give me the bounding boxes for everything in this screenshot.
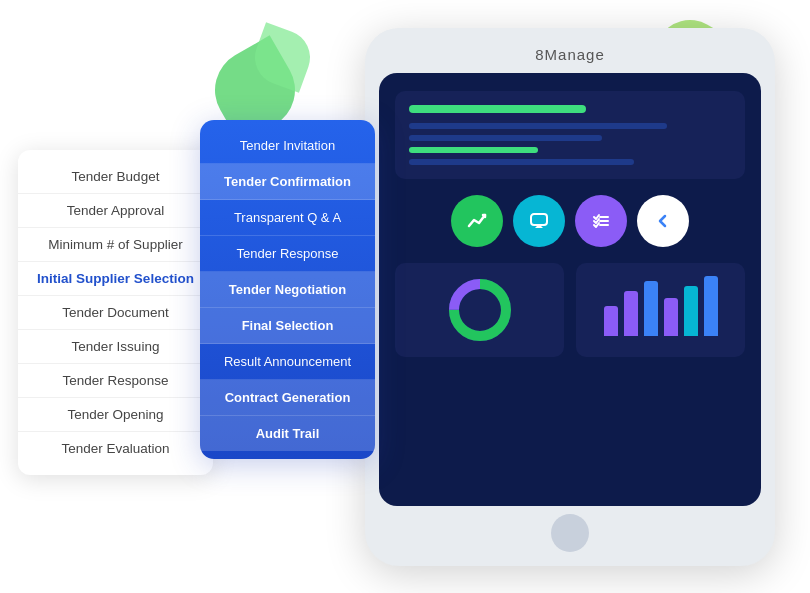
screen-bar-sm1 bbox=[409, 123, 667, 129]
bar-4 bbox=[664, 298, 678, 336]
list-item-tender-budget[interactable]: Tender Budget bbox=[18, 160, 213, 194]
bar-chart bbox=[604, 280, 718, 340]
icon-row bbox=[395, 191, 745, 251]
donut-chart bbox=[445, 275, 515, 345]
menu-item-tender-negotiation[interactable]: Tender Negotiation bbox=[200, 272, 375, 308]
bar-chart-card bbox=[576, 263, 745, 357]
blue-menu-panel: Tender Invitation Tender Confirmation Tr… bbox=[200, 120, 375, 459]
tablet-frame: 8Manage bbox=[365, 28, 775, 566]
tablet-screen bbox=[379, 73, 761, 506]
tablet-home-button[interactable] bbox=[551, 514, 589, 552]
menu-item-tender-invitation[interactable]: Tender Invitation bbox=[200, 128, 375, 164]
bar-6 bbox=[704, 276, 718, 336]
list-item-initial-supplier[interactable]: Initial Supplier Selection bbox=[18, 262, 213, 296]
back-icon[interactable] bbox=[637, 195, 689, 247]
list-item-tender-evaluation[interactable]: Tender Evaluation bbox=[18, 432, 213, 465]
list-item-tender-document[interactable]: Tender Document bbox=[18, 296, 213, 330]
bar-2 bbox=[624, 291, 638, 336]
menu-item-result-announcement[interactable]: Result Announcement bbox=[200, 344, 375, 380]
menu-item-audit-trail[interactable]: Audit Trail bbox=[200, 416, 375, 451]
chart-icon[interactable] bbox=[451, 195, 503, 247]
svg-rect-0 bbox=[531, 214, 547, 225]
menu-item-transparent-qa[interactable]: Transparent Q & A bbox=[200, 200, 375, 236]
menu-item-contract-generation[interactable]: Contract Generation bbox=[200, 380, 375, 416]
bar-5 bbox=[684, 286, 698, 336]
screen-bar-sm2 bbox=[409, 135, 602, 141]
menu-item-tender-response[interactable]: Tender Response bbox=[200, 236, 375, 272]
screen-bar-green2 bbox=[409, 147, 538, 153]
chat-icon[interactable] bbox=[513, 195, 565, 247]
screen-bar-green bbox=[409, 105, 586, 113]
screen-bar-sm3 bbox=[409, 159, 634, 165]
menu-item-final-selection[interactable]: Final Selection bbox=[200, 308, 375, 344]
bottom-charts-row bbox=[395, 263, 745, 357]
list-item-tender-response[interactable]: Tender Response bbox=[18, 364, 213, 398]
scene: Tender Budget Tender Approval Minimum # … bbox=[0, 0, 810, 593]
list-item-tender-opening[interactable]: Tender Opening bbox=[18, 398, 213, 432]
list-item-min-supplier[interactable]: Minimum # of Supplier bbox=[18, 228, 213, 262]
screen-top-card bbox=[395, 91, 745, 179]
bar-3 bbox=[644, 281, 658, 336]
list-item-tender-approval[interactable]: Tender Approval bbox=[18, 194, 213, 228]
list-item-tender-issuing[interactable]: Tender Issuing bbox=[18, 330, 213, 364]
checklist-icon[interactable] bbox=[575, 195, 627, 247]
screen-top-card-wrap bbox=[395, 91, 745, 179]
menu-item-tender-confirmation[interactable]: Tender Confirmation bbox=[200, 164, 375, 200]
white-list-card: Tender Budget Tender Approval Minimum # … bbox=[18, 150, 213, 475]
tablet-brand-label: 8Manage bbox=[535, 46, 605, 63]
bar-1 bbox=[604, 306, 618, 336]
donut-card bbox=[395, 263, 564, 357]
